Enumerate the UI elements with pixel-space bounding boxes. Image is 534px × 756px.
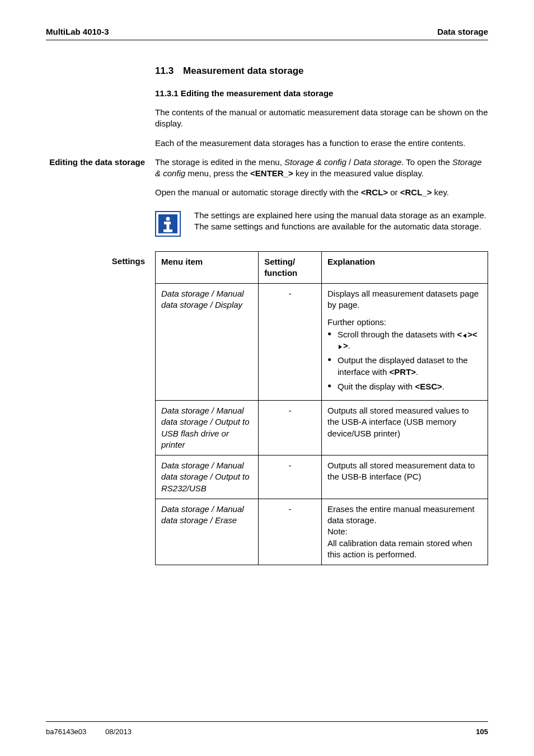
th-menu-item: Menu item <box>156 251 259 284</box>
settings-table: Menu item Setting/ function Explanation … <box>155 251 488 566</box>
cell-explanation: Outputs all stored measured values to th… <box>321 401 488 456</box>
cell-setting: - <box>259 401 322 456</box>
cell-explanation: Erases the entire manual measurement dat… <box>321 499 488 565</box>
text: or <box>388 187 400 197</box>
footer-row: ba76143e03 08/2013 105 <box>46 727 488 736</box>
page-header: MultiLab 4010-3 Data storage <box>46 27 488 36</box>
svg-rect-5 <box>163 229 172 232</box>
text: Scroll through the datasets with <box>338 330 457 339</box>
key-esc: <ESC> <box>415 382 442 391</box>
text: . <box>348 341 350 350</box>
cell-menu: Data storage / Manual data storage / Out… <box>156 456 259 499</box>
settings-block: Settings Menu item Setting/ function Exp… <box>46 251 488 566</box>
editing-block: Editing the data storage The storage is … <box>46 157 488 251</box>
footer-doc-id: ba76143e03 <box>46 727 86 736</box>
intro-paragraph-2: Each of the measurement data storages ha… <box>155 138 488 149</box>
text: menu, press the <box>185 168 250 178</box>
svg-marker-6 <box>463 334 466 338</box>
section-heading-block: 11.3 Measurement data storage 11.3.1 Edi… <box>46 65 488 157</box>
table-row: Data storage / Manual data storage / Out… <box>156 401 488 456</box>
text: Quit the display with <box>338 382 415 391</box>
key-rcl: <RCL> <box>361 187 388 197</box>
cell-setting: - <box>259 284 322 401</box>
cell-menu: Data storage / Manual data storage / Out… <box>156 401 259 456</box>
text: / <box>346 157 354 167</box>
cell-setting: - <box>259 456 322 499</box>
key-enter: <ENTER_> <box>250 168 293 178</box>
cell-explanation: Outputs all stored measurement data to t… <box>321 456 488 499</box>
text: . <box>416 367 418 377</box>
cell-menu: Data storage / Manual data storage / Dis… <box>156 284 259 401</box>
content: 11.3 Measurement data storage 11.3.1 Edi… <box>46 65 488 565</box>
text: key in the measured value display. <box>293 168 424 178</box>
svg-point-2 <box>166 217 170 220</box>
subsection-title: 11.3.1 Editing the measurement data stor… <box>155 88 488 99</box>
key-prt: <PRT> <box>390 367 416 377</box>
th-explanation: Explanation <box>321 251 488 284</box>
text: Open the manual or automatic storage dir… <box>155 187 361 197</box>
page: MultiLab 4010-3 Data storage 11.3 Measur… <box>0 0 534 756</box>
settings-margin-label: Settings <box>46 251 155 566</box>
info-icon <box>155 211 181 237</box>
bullet-item: Scroll through the datasets with <><>. <box>327 329 482 352</box>
table-row: Data storage / Manual data storage / Out… <box>156 456 488 499</box>
editing-paragraph-2: Open the manual or automatic storage dir… <box>155 187 488 198</box>
table-row: Data storage / Manual data storage / Era… <box>156 499 488 565</box>
text: key. <box>432 187 449 197</box>
svg-rect-4 <box>167 222 170 231</box>
footer-rule <box>46 721 488 722</box>
cell-explanation: Displays all measurement datasets page b… <box>321 284 488 401</box>
section-body: 11.3 Measurement data storage 11.3.1 Edi… <box>155 65 488 157</box>
expl-bullets: Scroll through the datasets with <><>. O… <box>327 329 482 392</box>
info-note-block: The settings are explained here using th… <box>155 210 488 237</box>
cell-setting: - <box>259 499 322 565</box>
svg-marker-7 <box>339 345 342 349</box>
intro-paragraph-1: The contents of the manual or automatic … <box>155 107 488 130</box>
section-title: 11.3 Measurement data storage <box>155 65 488 78</box>
header-left: MultiLab 4010-3 <box>46 27 109 36</box>
bullet-item: Quit the display with <ESC>. <box>327 381 482 392</box>
expl-further: Further options: <box>327 317 482 328</box>
menu-path-2: Data storage <box>353 157 401 167</box>
text: The storage is edited in the menu, <box>155 157 284 167</box>
menu-path-1: Storage & config <box>284 157 346 167</box>
cell-menu: Data storage / Manual data storage / Era… <box>156 499 259 565</box>
key-rcl-long: <RCL_> <box>400 187 432 197</box>
expl-lead: Displays all measurement datasets page b… <box>327 288 482 311</box>
editing-paragraph-1: The storage is edited in the menu, Stora… <box>155 157 488 180</box>
text: . To open the <box>401 157 452 167</box>
table-row: Data storage / Manual data storage / Dis… <box>156 284 488 401</box>
footer-date: 08/2013 <box>105 727 132 736</box>
editing-margin-label: Editing the data storage <box>46 157 155 251</box>
table-header-row: Menu item Setting/ function Explanation <box>156 251 488 284</box>
text: . <box>442 382 444 391</box>
info-note-text: The settings are explained here using th… <box>194 210 488 233</box>
bullet-item: Output the displayed dataset to the inte… <box>327 355 482 378</box>
settings-body: Menu item Setting/ function Explanation … <box>155 251 488 566</box>
header-rule <box>46 40 488 40</box>
th-setting: Setting/ function <box>259 251 322 284</box>
footer-page-number: 105 <box>476 727 488 736</box>
header-right: Data storage <box>437 27 488 36</box>
editing-body: The storage is edited in the menu, Stora… <box>155 157 488 251</box>
page-footer: ba76143e03 08/2013 105 <box>46 721 488 736</box>
footer-left: ba76143e03 08/2013 <box>46 727 132 736</box>
margin-empty <box>46 65 155 157</box>
